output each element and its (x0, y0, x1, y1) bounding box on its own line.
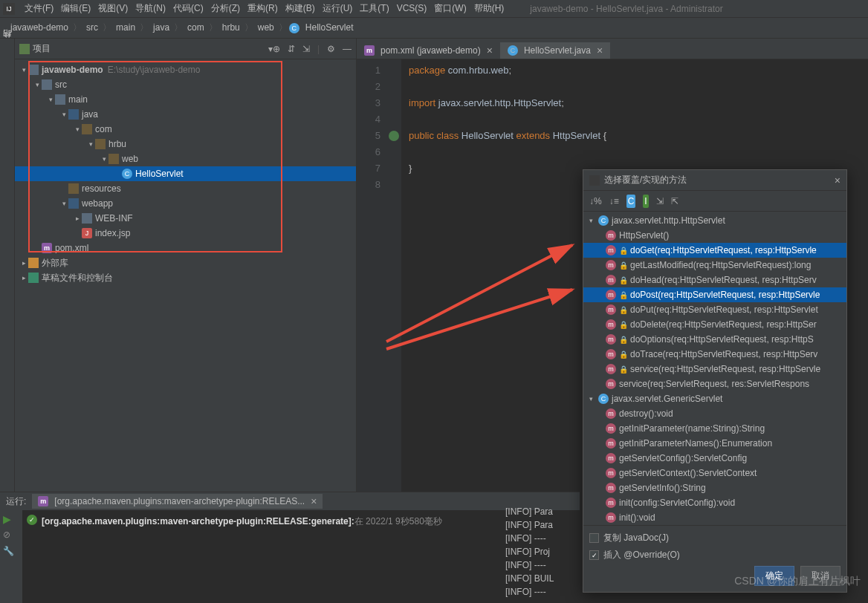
method-icon: m (606, 275, 616, 285)
override-checkbox[interactable] (589, 550, 599, 560)
menu-item[interactable]: 视图(V) (94, 3, 132, 13)
method-node[interactable]: mgetServletInfo():String (583, 480, 846, 495)
stop-icon[interactable]: ⊘ (3, 529, 15, 541)
method-node[interactable]: mgetInitParameter(name:String):String (583, 421, 846, 436)
menu-item[interactable]: 重构(R) (244, 3, 282, 13)
class-node[interactable]: ▾Cjavax.servlet.http.HttpServlet (583, 213, 846, 228)
resources-folder-icon (68, 183, 79, 194)
tree-item-helloservlet[interactable]: CHelloServlet (15, 166, 356, 181)
filter-c-icon[interactable]: C (626, 195, 636, 208)
maven-icon: m (42, 243, 52, 253)
lock-icon: 🔒 (619, 351, 628, 359)
run-output[interactable]: ✓[org.apache.maven.plugins:maven-archety… (22, 510, 580, 603)
class-node[interactable]: ▾Cjavax.servlet.GenericServlet (583, 391, 846, 406)
close-icon[interactable]: × (487, 45, 493, 56)
scratch-icon (28, 273, 39, 283)
menu-item[interactable]: 工具(T) (356, 3, 392, 13)
close-icon[interactable]: × (597, 45, 603, 56)
breadcrumb-item[interactable]: src (83, 22, 101, 33)
check-icon: ✓ (27, 515, 37, 525)
method-icon: m (606, 498, 616, 508)
breadcrumb-item[interactable]: javaweb-demo (7, 22, 71, 33)
rerun-icon[interactable]: ▶ (3, 513, 15, 525)
sort2-icon[interactable]: ↓≡ (609, 196, 619, 206)
method-node[interactable]: mgetServletConfig():ServletConfig (583, 451, 846, 466)
wrench-icon[interactable]: 🔧 (3, 546, 15, 558)
editor-tab[interactable]: mpom.xml (javaweb-demo)× (357, 41, 500, 59)
method-icon: m (606, 512, 616, 523)
menu-item[interactable]: 窗口(W) (430, 3, 470, 13)
lock-icon: 🔒 (619, 261, 628, 270)
breadcrumb-item[interactable]: main (113, 22, 138, 33)
method-icon: m (606, 230, 616, 241)
method-node[interactable]: m🔒doOptions(req:HttpServletRequest, resp… (583, 332, 846, 347)
method-node[interactable]: minit():void (583, 510, 846, 525)
expand-all-icon[interactable]: ⇲ (656, 196, 664, 206)
dialog-titlebar: 选择覆盖/实现的方法 × (583, 170, 846, 191)
menu-item[interactable]: 导航(N) (132, 3, 169, 13)
method-node[interactable]: m🔒doHead(req:HttpServletRequest, resp:Ht… (583, 273, 846, 287)
class-icon: C (598, 394, 609, 404)
method-node[interactable]: m🔒doGet(req:HttpServletRequest, resp:Htt… (583, 243, 846, 258)
close-icon[interactable]: × (835, 175, 841, 186)
hide-icon[interactable]: — (343, 44, 352, 54)
breadcrumb-item[interactable]: web (255, 22, 277, 33)
sort-icon[interactable]: ↓% (589, 196, 602, 206)
filter-i-icon[interactable]: I (643, 195, 648, 208)
package-icon (95, 139, 106, 149)
method-icon: m (606, 423, 616, 434)
editor-tab[interactable]: CHelloServlet.java× (500, 41, 610, 59)
method-icon: m (606, 364, 616, 374)
menu-item[interactable]: 构建(B) (282, 3, 319, 13)
expand-icon[interactable]: ⇵ (288, 44, 295, 54)
method-icon: m (606, 304, 616, 315)
collapse-icon[interactable]: ⇲ (302, 44, 310, 54)
method-node[interactable]: minit(config:ServletConfig):void (583, 495, 846, 510)
method-icon: m (606, 260, 616, 270)
method-tree[interactable]: ▾Cjavax.servlet.http.HttpServletmHttpSer… (583, 212, 846, 525)
method-icon: m (606, 245, 616, 255)
editor-tabs: mpom.xml (javaweb-demo)×CHelloServlet.ja… (357, 39, 868, 59)
method-node[interactable]: mHttpServlet() (583, 228, 846, 243)
lock-icon: 🔒 (619, 321, 628, 329)
breadcrumb-item[interactable]: com (184, 22, 207, 33)
method-node[interactable]: m🔒getLastModified(req:HttpServletRequest… (583, 258, 846, 273)
breadcrumb-item[interactable]: HelloServlet (302, 22, 357, 33)
method-node[interactable]: mgetInitParameterNames():Enumeration (583, 436, 846, 451)
menu-item[interactable]: 文件(F) (21, 3, 57, 13)
menu-item[interactable]: 代码(C) (169, 3, 207, 13)
menu-item[interactable]: 分析(Z) (207, 3, 244, 13)
method-node[interactable]: mservice(req:ServletRequest, res:Servlet… (583, 377, 846, 391)
run-gutter-icon[interactable] (389, 131, 399, 141)
run-panel: 运行: m [org.apache.maven.plugins:maven-ar… (0, 492, 580, 603)
gear-icon[interactable]: ⚙ (327, 44, 335, 54)
method-node[interactable]: m🔒doDelete(req:HttpServletRequest, resp:… (583, 317, 846, 332)
structure-strip-label[interactable]: 结构 (0, 42, 14, 48)
method-icon: m (606, 438, 616, 449)
method-node[interactable]: m🔒doPost(req:HttpServletRequest, resp:Ht… (583, 287, 846, 302)
method-node[interactable]: mgetServletContext():ServletContext (583, 466, 846, 480)
javadoc-checkbox[interactable] (589, 533, 599, 543)
menu-item[interactable]: 帮助(H) (470, 3, 508, 13)
close-icon[interactable]: × (311, 495, 317, 507)
run-toolbar: ▶ ⊘ 🔧 (0, 510, 22, 603)
menu-item[interactable]: VCS(S) (393, 3, 431, 13)
project-title[interactable]: 项目 (33, 42, 267, 55)
method-node[interactable]: m🔒doTrace(req:HttpServletRequest, resp:H… (583, 347, 846, 362)
menubar: IJ 文件(F)编辑(E)视图(V)导航(N)代码(C)分析(Z)重构(R)构建… (0, 0, 868, 18)
method-node[interactable]: m🔒service(req:HttpServletRequest, resp:H… (583, 362, 846, 377)
method-node[interactable]: mdestroy():void (583, 406, 846, 421)
menu-item[interactable]: 运行(U) (319, 3, 357, 13)
breadcrumb-item[interactable]: hrbu (219, 22, 243, 33)
maven-icon: m (364, 45, 375, 56)
method-node[interactable]: m🔒doPut(req:HttpServletRequest, resp:Htt… (583, 302, 846, 317)
run-tab[interactable]: m [org.apache.maven.plugins:maven-archet… (32, 494, 323, 509)
breadcrumb-item[interactable]: java (150, 22, 172, 33)
locate-icon[interactable]: ⊕ (273, 44, 280, 54)
breadcrumb: javaweb-demo〉src〉main〉java〉com〉hrbu〉web〉… (0, 18, 868, 39)
collapse-all-icon[interactable]: ⇱ (671, 196, 678, 206)
lock-icon: 🔒 (619, 276, 628, 284)
menu-item[interactable]: 编辑(E) (57, 3, 94, 13)
app-icon: IJ (3, 3, 15, 15)
lock-icon: 🔒 (619, 365, 628, 374)
